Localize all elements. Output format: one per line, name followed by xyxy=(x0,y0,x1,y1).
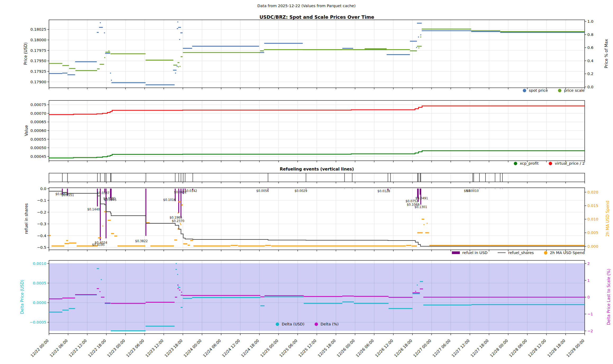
y-tick-label: 0.00055 xyxy=(30,137,46,141)
y-tick-label: 0.17925 xyxy=(30,69,46,73)
refuel-usd-annotation: $0.1440 xyxy=(87,208,100,211)
y-tick-label-right: 0.020 xyxy=(587,190,598,194)
refuel-usd-annotation: $0.0142 xyxy=(185,189,197,193)
xcp-profit-marker-icon xyxy=(514,162,517,165)
refuel-usd-annotation: $0.1016 xyxy=(163,198,176,202)
y-tick-label: 0.17975 xyxy=(30,48,46,53)
y-tick-label: 0.17900 xyxy=(30,80,46,84)
y-tick-label-right: 1.0 xyxy=(587,19,593,24)
y-tick-label-right: 1 xyxy=(587,278,590,283)
legend-label-price-scale: price scale xyxy=(564,88,585,93)
refuel-usd-annotation: $0.4195 xyxy=(92,243,105,247)
refuel-usd-annotation: $0.3822 xyxy=(135,239,148,243)
refuel-usd-annotation: $0.1301 xyxy=(415,205,427,209)
refuel-usd-annotation: $0.1965 xyxy=(170,216,182,219)
virtual-price-marker-icon xyxy=(549,162,552,165)
y-tick-label-right: 0 xyxy=(587,295,590,299)
y-tick-label-right: 0.8 xyxy=(587,33,593,37)
legend-prices: spot price price scale xyxy=(523,88,585,93)
panel-delta-plot: 0.00100.00050.0000−0.0005210−1−2 xyxy=(0,258,613,347)
y-tick-label-right: 0.4 xyxy=(587,59,593,63)
delta-usd-marker-icon xyxy=(276,322,279,326)
y-tick-label: 0.18000 xyxy=(30,38,46,42)
y-tick-label-right: 0.2 xyxy=(587,72,593,76)
y-tick-label: 0.0 xyxy=(40,187,46,191)
legend-refuel: refuel in USD refuel_shares 2h MA USD Sp… xyxy=(452,251,585,255)
refuel-usd-annotation: $0.0128 xyxy=(378,189,390,193)
refuel-usd-annotation: $0.0010 xyxy=(466,189,479,193)
legend-delta: Delta (USD) Delta (%) xyxy=(276,322,339,326)
y-tick-label: 0.00065 xyxy=(30,120,46,124)
refuel-usd-annotation: $0.0056 xyxy=(256,189,269,193)
y-tick-label: −0.2 xyxy=(37,210,46,214)
refuel-usd-annotation: $0.0945 xyxy=(104,198,117,202)
y-tick-label: 0.18025 xyxy=(30,27,46,31)
refuel-usd-annotation: $0.2370 xyxy=(172,219,184,223)
y-tick-label-right: 0.010 xyxy=(587,217,598,221)
spot-price-marker-icon xyxy=(523,89,526,92)
legend-label-refuel-usd: refuel in USD xyxy=(462,251,488,255)
legend-label-delta-usd: Delta (USD) xyxy=(282,322,305,326)
y-tick-label: −0.1 xyxy=(37,198,46,202)
refuel-usd-annotation: $0.0029 xyxy=(294,189,307,193)
refuel-usd-annotation: $0.0551 xyxy=(61,193,74,197)
refuel-usd-swatch-icon xyxy=(452,251,460,254)
legend-label-xcp-profit: xcp_profit xyxy=(520,161,539,165)
figure-canvas: Data from 2025-12-22 (Values from Parque… xyxy=(0,0,613,364)
y-tick-label-right: −1 xyxy=(587,312,593,316)
y-tick-label: 0.00075 xyxy=(30,103,46,107)
refuel-usd-annotation: $0.0337 xyxy=(97,191,110,195)
refuel-shares-line-icon xyxy=(498,252,506,253)
y-tick-label-right: 0.005 xyxy=(587,231,598,235)
y-tick-label-right: 2 xyxy=(587,261,590,266)
legend-label-refuel-shares: refuel_shares xyxy=(508,251,534,255)
y-tick-label-right: −2 xyxy=(587,329,593,333)
ma-usd-spend-marker-icon xyxy=(544,251,547,255)
y-tick-label: 0.0000 xyxy=(33,301,46,305)
y-tick-label-right: 0.6 xyxy=(587,45,593,50)
refuel-usd-annotation: $0.0752 xyxy=(406,199,418,203)
legend-label-spot-price: spot price xyxy=(529,88,548,93)
y-tick-label-right: 0.015 xyxy=(587,204,598,208)
legend-value: xcp_profit virtual_price / 2 xyxy=(514,161,585,165)
y-tick-label: −0.0005 xyxy=(30,320,46,324)
y-tick-label: 0.00070 xyxy=(30,111,46,116)
price-scale-marker-icon xyxy=(558,89,561,92)
y-tick-label: −0.5 xyxy=(37,245,46,250)
y-tick-label-right: 0.0 xyxy=(587,85,593,89)
y-tick-label: −0.4 xyxy=(37,234,46,238)
y-tick-label: 0.0010 xyxy=(33,261,46,266)
legend-label-virtual-price: virtual_price / 2 xyxy=(555,161,585,165)
y-tick-label: 0.00050 xyxy=(30,146,46,150)
y-tick-label: 0.00045 xyxy=(30,154,46,159)
y-tick-label: −0.3 xyxy=(37,222,46,226)
y-tick-label: 0.00060 xyxy=(30,128,46,133)
delta-pct-marker-icon xyxy=(315,322,318,326)
panel-prices-plot: 0.179000.179250.179500.179750.180000.180… xyxy=(0,18,613,102)
figure-title: Data from 2025-12-22 (Values from Parque… xyxy=(0,4,613,8)
legend-label-delta-pct: Delta (%) xyxy=(321,322,339,326)
y-tick-label: 0.0005 xyxy=(33,281,46,285)
legend-label-ma-usd-spend: 2h MA USD Spend xyxy=(550,251,585,255)
y-tick-label-right: 0.000 xyxy=(587,244,598,248)
y-tick-label: 0.17950 xyxy=(30,59,46,63)
